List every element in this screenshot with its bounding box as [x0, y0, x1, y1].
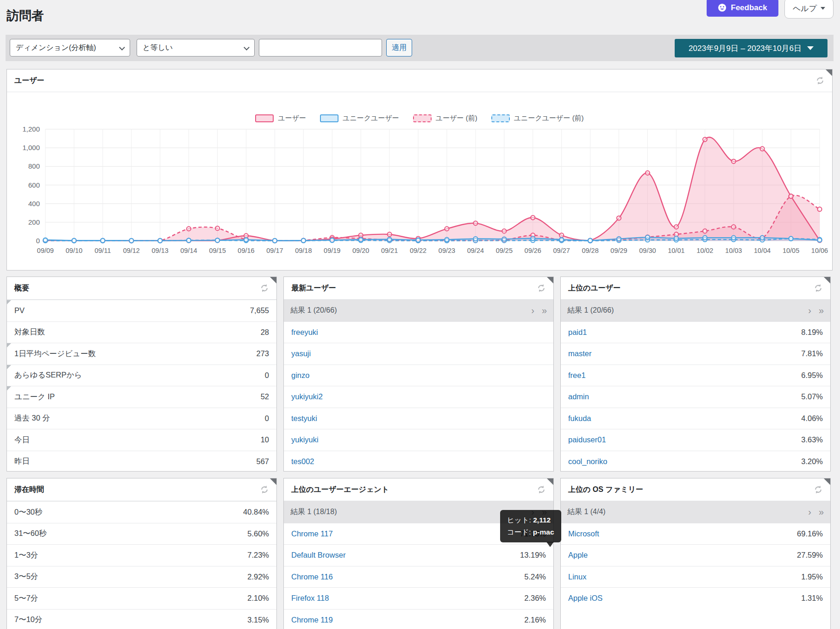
- refresh-icon[interactable]: [260, 283, 269, 293]
- apply-button[interactable]: 適用: [386, 39, 412, 57]
- page-title: 訪問者: [6, 7, 44, 24]
- row-value: 5.07%: [801, 392, 823, 401]
- tooltip-hits: ヒット: 2,112: [507, 514, 554, 526]
- row-value: 0: [265, 371, 269, 380]
- help-label: ヘルプ: [793, 3, 817, 14]
- item-link[interactable]: tes002: [291, 457, 314, 466]
- table-row: ユニーク IP52: [7, 386, 276, 408]
- refresh-icon[interactable]: [260, 485, 269, 494]
- panel-title: 上位のユーザーエージェント: [291, 485, 389, 495]
- row-flag-icon: [7, 300, 11, 304]
- pager-last-icon[interactable]: »: [819, 507, 824, 516]
- table-row: paid18.19%: [561, 321, 830, 343]
- legend-item[interactable]: ユーザー (前): [413, 114, 477, 123]
- item-link[interactable]: Apple: [568, 551, 588, 560]
- item-link[interactable]: free1: [568, 371, 586, 380]
- row-value: 52: [261, 392, 269, 401]
- chart-body: 02004006008001,0001,20009/0909/1009/1109…: [7, 92, 832, 270]
- pager-last-icon[interactable]: »: [542, 306, 547, 315]
- item-link[interactable]: paiduser01: [568, 435, 606, 444]
- refresh-icon[interactable]: [537, 283, 546, 293]
- svg-text:09/17: 09/17: [266, 247, 283, 254]
- feedback-label: Feedback: [731, 3, 767, 13]
- item-link[interactable]: fukuda: [568, 414, 591, 423]
- row-value: 2.10%: [247, 594, 269, 603]
- item-link[interactable]: Firefox 118: [291, 594, 329, 603]
- table-row: tes002: [284, 451, 553, 472]
- table-row: Apple27.59%: [561, 544, 830, 566]
- resize-corner-icon[interactable]: [270, 478, 276, 485]
- svg-text:800: 800: [28, 162, 40, 170]
- row-label: 1日平均ページビュー数: [14, 349, 96, 359]
- table-row: あらゆるSERPから0: [7, 365, 276, 386]
- refresh-icon[interactable]: [814, 283, 823, 293]
- filter-value-input[interactable]: [259, 39, 382, 57]
- panel-title: 上位の OS ファミリー: [568, 485, 643, 495]
- item-link[interactable]: Apple iOS: [568, 594, 602, 603]
- pager-next-icon[interactable]: ›: [808, 507, 811, 516]
- item-link[interactable]: freeyuki: [291, 328, 318, 337]
- table-row: 今日10: [7, 429, 276, 451]
- panel-title: ユーザー: [14, 76, 44, 86]
- row-value: 7.23%: [247, 551, 269, 560]
- item-link[interactable]: paid1: [568, 328, 587, 337]
- svg-text:10/04: 10/04: [754, 247, 771, 254]
- svg-text:1,000: 1,000: [22, 144, 40, 151]
- item-link[interactable]: testyuki: [291, 414, 317, 423]
- smiley-icon: [718, 3, 727, 12]
- item-link[interactable]: Chrome 116: [291, 572, 333, 581]
- refresh-icon[interactable]: [815, 76, 825, 85]
- item-link[interactable]: cool_noriko: [568, 457, 607, 466]
- refresh-icon[interactable]: [814, 485, 823, 494]
- operator-select[interactable]: と等しい: [137, 39, 255, 57]
- refresh-icon[interactable]: [537, 485, 546, 494]
- pager-arrows: ›»: [531, 306, 547, 315]
- item-link[interactable]: Microsoft: [568, 529, 599, 538]
- resize-corner-icon[interactable]: [547, 478, 553, 485]
- resize-corner-icon[interactable]: [547, 277, 553, 283]
- pager-last-icon[interactable]: »: [819, 306, 824, 315]
- pager-next-icon[interactable]: ›: [531, 306, 534, 315]
- item-link[interactable]: Default Browser: [291, 551, 345, 560]
- legend-item[interactable]: ユニークユーザー (前): [491, 114, 584, 123]
- row-value: 5.60%: [247, 529, 269, 538]
- svg-text:09/21: 09/21: [381, 247, 398, 254]
- item-link[interactable]: master: [568, 349, 591, 358]
- resize-corner-icon[interactable]: [824, 277, 830, 283]
- row-value: 2.36%: [524, 594, 546, 603]
- pager-row: 結果 1 (20/66)›»: [561, 300, 830, 321]
- item-link[interactable]: yasuji: [291, 349, 311, 358]
- table-row: 3〜5分2.92%: [7, 566, 276, 588]
- svg-text:09/24: 09/24: [467, 247, 484, 254]
- svg-text:09/19: 09/19: [324, 247, 340, 254]
- dimension-select-value: ディメンション(分析軸): [16, 43, 96, 53]
- item-link[interactable]: Linux: [568, 572, 586, 581]
- pager-next-icon[interactable]: ›: [808, 306, 811, 315]
- resize-corner-icon[interactable]: [824, 478, 830, 485]
- resize-corner-icon[interactable]: [270, 277, 276, 283]
- row-label: 昨日: [14, 456, 30, 466]
- row-value: 567: [256, 457, 269, 466]
- item-link[interactable]: yukiyuki: [291, 435, 319, 444]
- legend-label: ユーザー: [278, 114, 306, 123]
- item-link[interactable]: ginzo: [291, 371, 309, 380]
- legend-item[interactable]: ユニークユーザー: [320, 114, 399, 123]
- panel-users-chart: ユーザー 02004006008001,0001,20009/0909/1009…: [6, 69, 833, 270]
- pager-label: 結果 1 (4/4): [567, 507, 606, 517]
- item-link[interactable]: yukiyuki2: [291, 392, 323, 401]
- item-link[interactable]: Chrome 119: [291, 616, 333, 624]
- table-row: 1〜3分7.23%: [7, 544, 276, 566]
- legend-item[interactable]: ユーザー: [255, 114, 306, 123]
- help-button[interactable]: ヘルプ: [784, 0, 834, 19]
- resize-corner-icon[interactable]: [826, 69, 832, 76]
- dimension-select[interactable]: ディメンション(分析軸): [10, 39, 130, 57]
- row-value: 3.20%: [801, 457, 823, 466]
- item-link[interactable]: admin: [568, 392, 589, 401]
- item-link[interactable]: Chrome 117: [291, 529, 333, 538]
- svg-text:09/26: 09/26: [525, 247, 541, 254]
- svg-text:09/15: 09/15: [209, 247, 226, 254]
- date-range-button[interactable]: 2023年9月9日 – 2023年10月6日: [675, 39, 827, 57]
- feedback-button[interactable]: Feedback: [707, 0, 778, 17]
- row-flag-icon: [7, 386, 11, 390]
- table-row: 1日平均ページビュー数273: [7, 343, 276, 365]
